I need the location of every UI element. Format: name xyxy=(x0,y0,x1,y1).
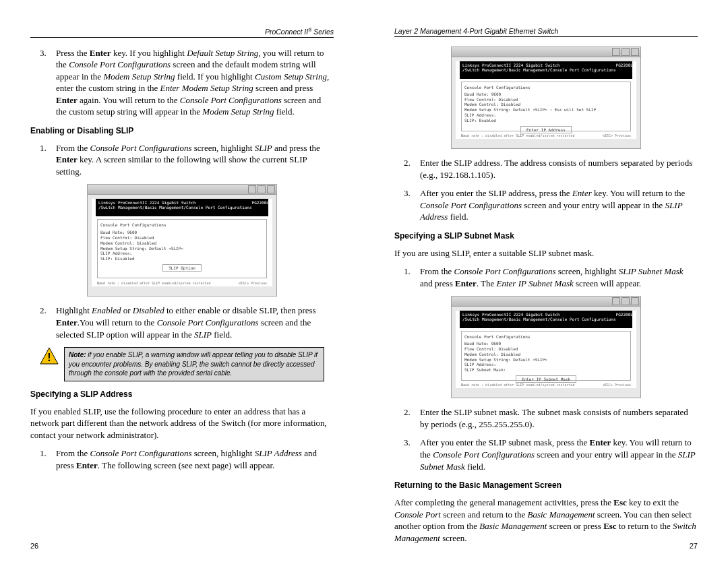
status-right: <ESC> Previous xyxy=(603,133,631,137)
page-number: 27 xyxy=(690,542,698,550)
status-left: Baud rate : disabled after SLIP enabled/… xyxy=(97,281,211,285)
banner-path: /Switch Management/Basic Management/Cons… xyxy=(462,317,616,321)
list-text: Press the Enter key. If you highlight De… xyxy=(56,47,334,118)
list-number: 1. xyxy=(40,447,56,471)
list-text: From the Console Port Configurations scr… xyxy=(56,447,334,471)
banner-path: /Switch Management/Basic Management/Cons… xyxy=(98,205,252,210)
min-icon xyxy=(612,48,620,56)
status-left: Baud rate : disabled after SLIP enabled/… xyxy=(461,383,575,387)
list-item: 3. Press the Enter key. If you highlight… xyxy=(30,47,334,118)
panel-lines: Baud Rate: 9600 Flow Control: Disabled M… xyxy=(464,92,628,123)
list-number: 2. xyxy=(40,305,56,340)
config-panel: Console Port Configurations Baud Rate: 9… xyxy=(461,82,631,131)
screenshot-slip-address: Linksys ProConnectII 2224 Gigabit Switch… xyxy=(451,46,641,149)
paragraph: If you enabled SLIP, use the following p… xyxy=(30,406,334,441)
close-icon xyxy=(631,48,639,56)
list-item: 2. Enter the SLIP address. The address c… xyxy=(394,157,698,181)
terminal-banner: Linksys ProConnectII 2224 Gigabit Switch… xyxy=(460,61,632,79)
paragraph: If you are using SLIP, enter a suitable … xyxy=(394,247,698,259)
max-icon xyxy=(621,297,630,305)
page-27: Layer 2 Management 4-Port Gigabit Ethern… xyxy=(364,0,728,562)
banner-title: Linksys ProConnectII 2224 Gigabit Switch xyxy=(462,312,560,317)
dialog-box: SLIP Option xyxy=(162,264,202,272)
terminal-banner: Linksys ProConnectII 2224 Gigabit Switch… xyxy=(460,311,632,328)
list-item: 2. Highlight Enabled or Disabled to eith… xyxy=(30,305,334,340)
status-left: Baud rate : disabled after SLIP enabled/… xyxy=(461,133,575,137)
config-panel: Console Port Configurations Baud Rate: 9… xyxy=(97,219,267,278)
list-item: 2. Enter the SLIP subnet mask. The subne… xyxy=(394,406,698,430)
list-item: 1. From the Console Port Configurations … xyxy=(30,142,334,178)
config-panel: Console Port Configurations Baud Rate: 9… xyxy=(461,331,631,381)
heading-enable-slip: Enabling or Disabling SLIP xyxy=(30,126,334,135)
screenshot-slip: Linksys ProConnectII 2224 Gigabit Switch… xyxy=(87,184,277,296)
banner-model: PG2200L xyxy=(616,312,632,327)
status-right: <ESC> Previous xyxy=(239,281,267,285)
status-right: <ESC> Previous xyxy=(603,383,631,387)
terminal-banner: Linksys ProConnectII 2224 Gigabit Switch… xyxy=(96,199,268,216)
list-number: 3. xyxy=(40,47,56,118)
min-icon xyxy=(248,185,256,193)
warning-icon: ! xyxy=(40,347,59,365)
header-text: ProConnect II® Series xyxy=(265,28,334,36)
svg-text:!: ! xyxy=(47,352,51,363)
list-text: Enter the SLIP subnet mask. The subnet m… xyxy=(420,406,698,430)
note-text: Note: if you enable SLIP, a warning wind… xyxy=(64,347,324,381)
window-titlebar xyxy=(452,296,640,307)
page-26: ProConnect II® Series 3. Press the Enter… xyxy=(0,0,364,562)
min-icon xyxy=(612,297,620,305)
close-icon xyxy=(631,297,639,305)
list-number: 1. xyxy=(404,266,420,289)
list-number: 1. xyxy=(40,142,56,178)
list-text: Enter the SLIP address. The address cons… xyxy=(420,157,698,181)
dialog-box: Enter IP Subnet Mask xyxy=(516,375,576,383)
list-item: 1. From the Console Port Configurations … xyxy=(30,447,334,471)
list-number: 3. xyxy=(404,437,420,472)
window-titlebar xyxy=(88,185,276,195)
max-icon xyxy=(257,185,266,193)
heading-return: Returning to the Basic Management Screen xyxy=(394,480,698,490)
banner-title: Linksys ProConnectII 2224 Gigabit Switch xyxy=(98,200,196,205)
banner-model: PG2200L xyxy=(616,63,632,77)
panel-title: Console Port Configurations xyxy=(464,85,628,90)
window-titlebar xyxy=(452,47,640,57)
max-icon xyxy=(621,48,630,56)
list-number: 2. xyxy=(404,406,420,430)
heading-slip-mask: Specifying a SLIP Subnet Mask xyxy=(394,231,698,241)
list-text: From the Console Port Configurations scr… xyxy=(56,142,334,178)
panel-title: Console Port Configurations xyxy=(464,334,628,340)
screenshot-slip-mask: Linksys ProConnectII 2224 Gigabit Switch… xyxy=(451,296,641,398)
running-header-right: Layer 2 Management 4-Port Gigabit Ethern… xyxy=(394,27,698,37)
panel-lines: Baud Rate: 9600 Flow Control: Disabled M… xyxy=(100,230,264,261)
status-bar: Baud rate : disabled after SLIP enabled/… xyxy=(461,383,631,387)
heading-slip-address: Specifying a SLIP Address xyxy=(30,389,334,399)
dialog-box: Enter IP Address xyxy=(520,126,572,133)
running-header-left: ProConnect II® Series xyxy=(30,27,334,38)
panel-title: Console Port Configurations xyxy=(100,222,264,228)
banner-path: /Switch Management/Basic Management/Cons… xyxy=(462,67,616,72)
close-icon xyxy=(267,185,275,193)
status-bar: Baud rate : disabled after SLIP enabled/… xyxy=(461,133,631,137)
note-box: ! Note: if you enable SLIP, a warning wi… xyxy=(40,347,324,381)
list-text: After you enter the SLIP address, press … xyxy=(420,187,698,223)
list-item: 3. After you enter the SLIP subnet mask,… xyxy=(394,437,698,472)
list-item: 1. From the Console Port Configurations … xyxy=(394,266,698,289)
list-text: Highlight Enabled or Disabled to either … xyxy=(56,305,334,340)
list-number: 3. xyxy=(404,187,420,223)
banner-title: Linksys ProConnectII 2224 Gigabit Switch xyxy=(462,63,560,67)
status-bar: Baud rate : disabled after SLIP enabled/… xyxy=(97,281,267,285)
paragraph: After completing the general management … xyxy=(394,497,698,544)
list-text: From the Console Port Configurations scr… xyxy=(420,266,698,289)
list-item: 3. After you enter the SLIP address, pre… xyxy=(394,187,698,223)
page-number: 26 xyxy=(30,542,38,550)
panel-lines: Baud Rate: 9600 Flow Control: Disabled M… xyxy=(464,341,628,373)
list-text: After you enter the SLIP subnet mask, pr… xyxy=(420,437,698,472)
banner-model: PG2200L xyxy=(252,200,268,215)
list-number: 2. xyxy=(404,157,420,181)
